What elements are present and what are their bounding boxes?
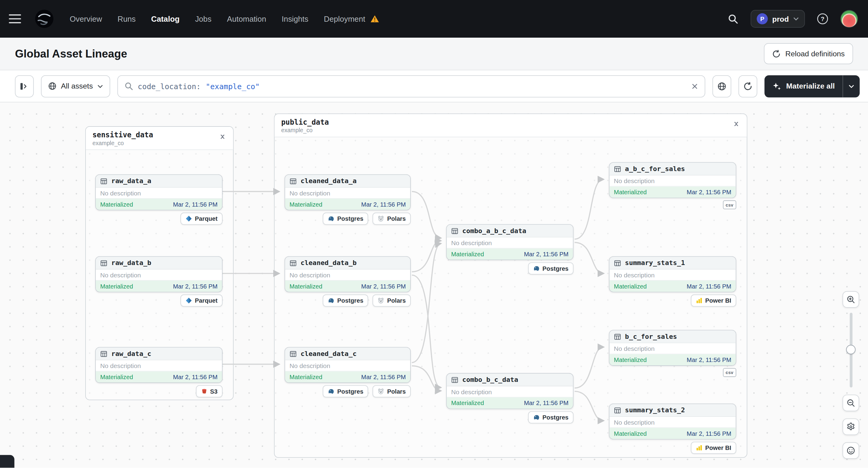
materialized-timestamp[interactable]: Mar 2, 11:56 PM	[173, 283, 217, 289]
materialize-options-caret[interactable]	[843, 75, 860, 97]
table-icon	[289, 177, 297, 185]
asset-name: raw_data_a	[111, 177, 151, 185]
table-icon	[614, 165, 621, 173]
nav-item-deployment[interactable]: Deployment	[324, 14, 379, 23]
nav-item-jobs[interactable]: Jobs	[195, 14, 211, 23]
materialized-timestamp[interactable]: Mar 2, 11:56 PM	[687, 283, 731, 289]
tag-power-bi[interactable]: Power BI	[691, 442, 736, 454]
reload-definitions-button[interactable]: Reload definitions	[764, 43, 853, 64]
materialized-timestamp[interactable]: Mar 2, 11:56 PM	[173, 374, 217, 380]
materialized-timestamp[interactable]: Mar 2, 11:56 PM	[361, 374, 406, 380]
csv-file-badge[interactable]: csv	[723, 368, 736, 377]
materialized-status: Materialized	[451, 400, 484, 406]
tag-parquet[interactable]: Parquet	[180, 213, 223, 225]
tag-polars[interactable]: Polars	[373, 213, 411, 225]
tag-postgres[interactable]: Postgres	[528, 262, 574, 274]
search-icon[interactable]	[723, 9, 743, 29]
globe-view-button[interactable]	[713, 75, 731, 97]
asset-node-cleaned-data-a[interactable]: cleaned_data_a No description Materializ…	[285, 175, 411, 210]
postgres-icon	[533, 265, 540, 272]
bottom-left-panel-tab[interactable]	[0, 455, 14, 468]
materialized-timestamp[interactable]: Mar 2, 11:56 PM	[524, 400, 569, 406]
asset-node-raw-data-c[interactable]: raw_data_c No description MaterializedMa…	[95, 347, 223, 383]
zoom-slider-track[interactable]	[849, 313, 852, 387]
tag-postgres[interactable]: Postgres	[528, 411, 574, 424]
asset-node-summary-stats-2[interactable]: summary_stats_2 No description Materiali…	[609, 404, 736, 439]
asset-node-cleaned-data-b[interactable]: cleaned_data_b No description Materializ…	[285, 256, 411, 292]
tag-postgres[interactable]: Postgres	[323, 385, 368, 397]
svg-text:?: ?	[821, 15, 824, 22]
materialize-all-button[interactable]: Materialize all	[765, 75, 860, 97]
asset-description: No description	[447, 386, 573, 398]
collapse-group-icon[interactable]	[733, 119, 740, 129]
tag-s3[interactable]: S3	[196, 385, 223, 397]
materialized-timestamp[interactable]: Mar 2, 11:56 PM	[687, 430, 731, 437]
materialized-timestamp[interactable]: Mar 2, 11:56 PM	[361, 283, 406, 289]
group-code-location: example_co	[281, 127, 329, 133]
deployment-switcher[interactable]: P prod	[750, 10, 805, 28]
asset-node-a-b-c-for-sales[interactable]: a_b_c_for_sales No description Materiali…	[609, 162, 736, 198]
materialized-timestamp[interactable]: Mar 2, 11:56 PM	[687, 189, 731, 195]
settings-button[interactable]	[842, 418, 859, 435]
materialize-all-main[interactable]: Materialize all	[765, 75, 843, 97]
tag-label: Power BI	[705, 444, 731, 451]
filter-value: "example_co"	[206, 82, 259, 90]
top-nav: Overview Runs Catalog Jobs Automation In…	[0, 0, 868, 38]
group-code-location: example_co	[92, 139, 153, 146]
group-header[interactable]: sensitive_data example_co	[86, 127, 233, 150]
refresh-button[interactable]	[739, 75, 757, 97]
help-icon[interactable]: ?	[813, 9, 833, 29]
tag-polars[interactable]: Polars	[373, 385, 411, 397]
zoom-out-button[interactable]	[842, 395, 859, 411]
nav-item-runs[interactable]: Runs	[118, 14, 135, 23]
materialized-timestamp[interactable]: Mar 2, 11:56 PM	[173, 201, 217, 208]
asset-description: No description	[610, 176, 736, 187]
nav-item-catalog[interactable]: Catalog	[151, 14, 180, 23]
asset-node-raw-data-b[interactable]: raw_data_b No description MaterializedMa…	[95, 256, 223, 292]
materialized-timestamp[interactable]: Mar 2, 11:56 PM	[361, 201, 406, 208]
collapse-group-icon[interactable]	[219, 132, 226, 142]
zoom-in-button[interactable]	[842, 291, 859, 308]
parquet-icon	[186, 297, 192, 304]
lineage-toolbar: All assets code_location:"example_co"	[0, 70, 868, 102]
asset-node-combo-b-c-data[interactable]: combo_b_c_data No description Materializ…	[446, 373, 574, 409]
materialized-timestamp[interactable]: Mar 2, 11:56 PM	[687, 356, 731, 363]
polars-icon	[378, 388, 384, 395]
asset-node-combo-a-b-c-data[interactable]: combo_a_b_c_data No description Material…	[446, 224, 574, 260]
lineage-canvas[interactable]: sensitive_data example_co public_data ex…	[0, 102, 868, 468]
clear-filter-icon[interactable]	[691, 83, 698, 89]
feedback-button[interactable]	[842, 442, 859, 459]
nav-item-insights[interactable]: Insights	[282, 14, 308, 23]
zoom-slider[interactable]	[842, 313, 859, 387]
group-header[interactable]: public_data example_co	[275, 114, 747, 137]
hamburger-menu-icon[interactable]	[9, 9, 27, 28]
asset-node-b-c-for-sales[interactable]: b_c_for_sales No description Materialize…	[609, 330, 736, 366]
filter-token: code_location:	[137, 82, 200, 90]
asset-filter-input[interactable]: code_location:"example_co"	[117, 75, 705, 97]
tag-postgres[interactable]: Postgres	[323, 294, 368, 307]
user-avatar[interactable]	[840, 10, 858, 28]
zoom-slider-thumb[interactable]	[846, 345, 855, 354]
asset-node-summary-stats-1[interactable]: summary_stats_1 No description Materiali…	[609, 256, 736, 292]
primary-nav: Overview Runs Catalog Jobs Automation In…	[70, 14, 379, 23]
asset-tags: Parquet	[95, 213, 223, 225]
table-icon	[614, 407, 621, 414]
tag-parquet[interactable]: Parquet	[180, 294, 223, 307]
nav-item-overview[interactable]: Overview	[70, 14, 102, 23]
asset-node-cleaned-data-c[interactable]: cleaned_data_c No description Materializ…	[285, 347, 411, 383]
tag-polars[interactable]: Polars	[373, 294, 411, 307]
asset-scope-dropdown[interactable]: All assets	[41, 75, 110, 97]
panel-toggle-button[interactable]	[15, 75, 34, 97]
tag-power-bi[interactable]: Power BI	[691, 294, 736, 307]
dagster-logo[interactable]	[34, 9, 54, 29]
powerbi-icon	[696, 297, 702, 304]
materialized-timestamp[interactable]: Mar 2, 11:56 PM	[524, 251, 569, 257]
parquet-icon	[186, 215, 192, 222]
csv-file-badge[interactable]: csv	[723, 200, 736, 209]
tag-postgres[interactable]: Postgres	[323, 213, 368, 225]
nav-item-automation[interactable]: Automation	[227, 14, 266, 23]
asset-status-row: MaterializedMar 2, 11:56 PM	[96, 199, 222, 210]
asset-node-raw-data-a[interactable]: raw_data_a No description MaterializedMa…	[95, 175, 223, 210]
global-asset-lineage-page: Overview Runs Catalog Jobs Automation In…	[0, 0, 868, 468]
asset-name: cleaned_data_c	[301, 350, 356, 358]
